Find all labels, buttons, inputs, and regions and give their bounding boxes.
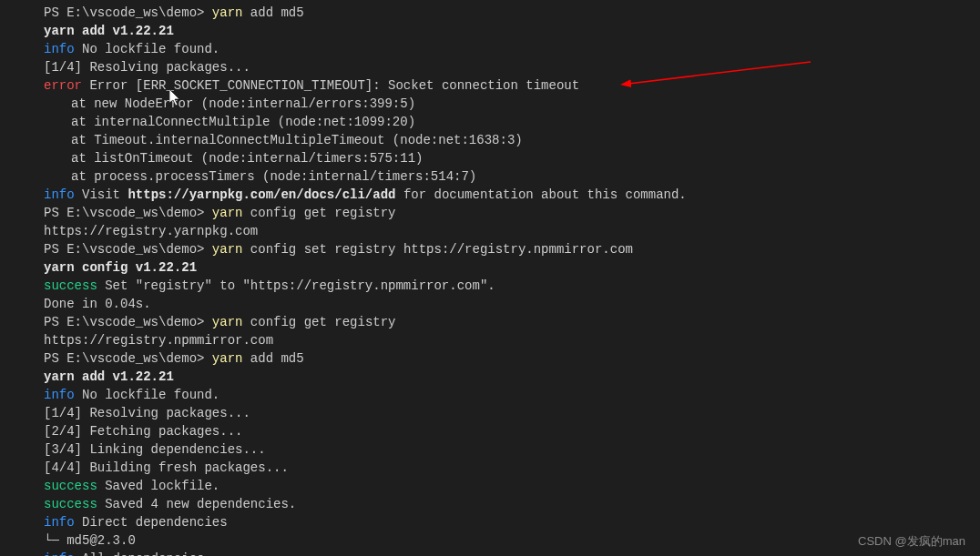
- terminal-line: success Saved lockfile.: [44, 477, 971, 495]
- terminal-line: info All dependencies: [44, 550, 971, 556]
- terminal-line: PS E:\vscode_ws\demo> yarn add md5: [44, 349, 971, 368]
- terminal-text: for documentation about this command.: [395, 187, 686, 202]
- terminal-line: [3/4] Linking dependencies...: [44, 440, 971, 459]
- terminal-text: Set "registry" to "https://registry.npmm…: [97, 278, 495, 293]
- terminal-text: Saved lockfile.: [97, 479, 219, 493]
- terminal-text: info: [44, 187, 75, 202]
- terminal-text: info: [44, 515, 75, 530]
- terminal-text: Saved 4 new dependencies.: [97, 497, 296, 511]
- terminal-text: [1/4] Resolving packages...: [44, 60, 250, 75]
- terminal-text: Direct dependencies: [75, 515, 228, 530]
- terminal-text: Done in 0.04s.: [44, 297, 151, 311]
- terminal-text: └─ md5@2.3.0: [44, 533, 136, 548]
- terminal-line: PS E:\vscode_ws\demo> yarn config set re…: [44, 240, 971, 258]
- terminal-line: info Visit https://yarnpkg.com/en/docs/c…: [44, 186, 971, 204]
- terminal-text: yarn add v1.22.21: [44, 369, 174, 384]
- terminal-line: [2/4] Fetching packages...: [44, 422, 971, 440]
- terminal-line: Done in 0.04s.: [44, 295, 971, 313]
- terminal-text: No lockfile found.: [75, 388, 220, 402]
- terminal-text: https://yarnpkg.com/en/docs/cli/add: [128, 187, 395, 202]
- terminal-text: All dependencies: [75, 551, 205, 556]
- terminal-text: at listOnTimeout (node:internal/timers:5…: [71, 151, 423, 166]
- terminal-text: error: [44, 78, 82, 93]
- terminal-line: info No lockfile found.: [44, 40, 971, 58]
- terminal-text: yarn: [212, 5, 250, 20]
- terminal-text: yarn: [212, 351, 250, 366]
- terminal-text: [4/4] Building fresh packages...: [44, 460, 289, 475]
- terminal-text: [1/4] Resolving packages...: [44, 406, 250, 420]
- terminal-text: PS E:\vscode_ws\demo>: [44, 5, 212, 20]
- terminal-text: config get registry: [250, 315, 396, 329]
- terminal-text: Error [ERR_SOCKET_CONNECTION_TIMEOUT]: S…: [82, 78, 579, 93]
- terminal-line: https://registry.npmmirror.com: [44, 331, 971, 349]
- terminal-line: error Error [ERR_SOCKET_CONNECTION_TIMEO…: [44, 76, 971, 95]
- terminal-text: success: [44, 278, 97, 293]
- terminal-text: [3/4] Linking dependencies...: [44, 442, 266, 457]
- terminal-text: at internalConnectMultiple (node:net:109…: [71, 115, 415, 129]
- terminal-text: at process.processTimers (node:internal/…: [71, 169, 476, 184]
- terminal-text: success: [44, 479, 97, 493]
- terminal-text: PS E:\vscode_ws\demo>: [44, 242, 212, 257]
- terminal-text: [2/4] Fetching packages...: [44, 424, 242, 439]
- terminal-line: info No lockfile found.: [44, 386, 971, 404]
- terminal-text: yarn: [212, 206, 250, 220]
- watermark-text: CSDN @发疯的man: [858, 532, 965, 551]
- terminal-text: PS E:\vscode_ws\demo>: [44, 315, 212, 329]
- terminal-line: success Set "registry" to "https://regis…: [44, 277, 971, 295]
- terminal-line: info Direct dependencies: [44, 513, 971, 531]
- terminal-text: Visit: [75, 187, 128, 202]
- terminal-text: yarn add v1.22.21: [44, 24, 174, 38]
- terminal-text: at new NodeError (node:internal/errors:3…: [71, 96, 415, 111]
- terminal-line: yarn add v1.22.21: [44, 22, 971, 40]
- terminal-text: No lockfile found.: [75, 42, 220, 56]
- terminal-text: add md5: [250, 5, 304, 20]
- terminal-text: info: [44, 388, 75, 402]
- terminal-line: at internalConnectMultiple (node:net:109…: [44, 113, 971, 131]
- terminal-text: yarn: [212, 242, 250, 257]
- terminal-text: PS E:\vscode_ws\demo>: [44, 206, 212, 220]
- terminal-text: https://registry.yarnpkg.com: [44, 224, 258, 238]
- terminal-text: config get registry: [250, 206, 396, 220]
- terminal-text: yarn: [212, 315, 250, 329]
- terminal-text: info: [44, 551, 75, 556]
- terminal-output[interactable]: PS E:\vscode_ws\demo> yarn add md5yarn a…: [0, 4, 980, 556]
- terminal-text: at Timeout.internalConnectMultipleTimeou…: [71, 133, 523, 147]
- terminal-text: yarn config v1.22.21: [44, 260, 197, 275]
- terminal-line: success Saved 4 new dependencies.: [44, 495, 971, 513]
- terminal-line: yarn config v1.22.21: [44, 258, 971, 277]
- terminal-line: [1/4] Resolving packages...: [44, 404, 971, 422]
- terminal-line: PS E:\vscode_ws\demo> yarn add md5: [44, 4, 971, 22]
- terminal-line: PS E:\vscode_ws\demo> yarn config get re…: [44, 204, 971, 222]
- terminal-text: PS E:\vscode_ws\demo>: [44, 351, 212, 366]
- terminal-line: └─ md5@2.3.0: [44, 531, 971, 550]
- terminal-text: success: [44, 497, 97, 511]
- terminal-text: config set registry https://registry.npm…: [250, 242, 633, 257]
- terminal-line: [1/4] Resolving packages...: [44, 58, 971, 76]
- terminal-line: at listOnTimeout (node:internal/timers:5…: [44, 149, 971, 167]
- terminal-line: PS E:\vscode_ws\demo> yarn config get re…: [44, 313, 971, 331]
- terminal-text: info: [44, 42, 75, 56]
- terminal-text: https://registry.npmmirror.com: [44, 333, 273, 348]
- terminal-line: at process.processTimers (node:internal/…: [44, 167, 971, 186]
- terminal-text: add md5: [250, 351, 304, 366]
- terminal-line: at new NodeError (node:internal/errors:3…: [44, 95, 971, 113]
- terminal-line: [4/4] Building fresh packages...: [44, 459, 971, 477]
- terminal-line: yarn add v1.22.21: [44, 368, 971, 386]
- terminal-line: https://registry.yarnpkg.com: [44, 222, 971, 240]
- terminal-line: at Timeout.internalConnectMultipleTimeou…: [44, 131, 971, 149]
